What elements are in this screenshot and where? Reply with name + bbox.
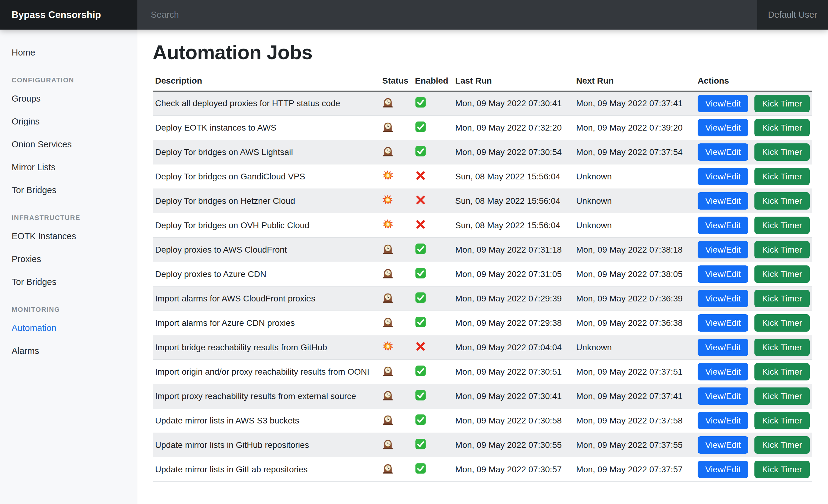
kick-timer-button[interactable]: Kick Timer <box>754 217 810 234</box>
check-mark-button-icon <box>415 268 426 279</box>
sidebar-item-tor-bridges[interactable]: Tor Bridges <box>0 179 137 202</box>
job-next-run: Mon, 09 May 2022 07:36:38 <box>574 311 695 335</box>
sidebar-item-tor-bridges[interactable]: Tor Bridges <box>0 271 137 293</box>
job-status-cell <box>380 457 412 482</box>
view-edit-button[interactable]: View/Edit <box>698 387 748 405</box>
job-enabled-cell <box>412 213 453 238</box>
mantelpiece-clock-icon <box>382 145 394 157</box>
view-edit-button[interactable]: View/Edit <box>698 363 748 380</box>
table-row: Check all deployed proxies for HTTP stat… <box>153 91 812 116</box>
kick-timer-button[interactable]: Kick Timer <box>754 387 810 405</box>
view-edit-button[interactable]: View/Edit <box>698 436 748 454</box>
table-row: Deploy EOTK instances to AWSMon, 09 May … <box>153 116 812 140</box>
job-actions-cell: View/EditKick Timer <box>695 409 812 433</box>
job-next-run: Unknown <box>574 335 695 360</box>
job-last-run: Mon, 09 May 2022 07:31:05 <box>453 262 574 286</box>
job-description: Deploy proxies to AWS CloudFront <box>153 238 380 262</box>
view-edit-button[interactable]: View/Edit <box>698 241 748 259</box>
column-header-next-run: Next Run <box>574 74 695 91</box>
job-next-run: Mon, 09 May 2022 07:37:41 <box>574 91 695 116</box>
sidebar-item-groups[interactable]: Groups <box>0 87 137 110</box>
kick-timer-button[interactable]: Kick Timer <box>754 192 810 210</box>
kick-timer-button[interactable]: Kick Timer <box>754 363 810 380</box>
mantelpiece-clock-icon <box>382 268 394 279</box>
main-content: Automation Jobs DescriptionStatusEnabled… <box>137 30 828 504</box>
view-edit-button[interactable]: View/Edit <box>698 314 748 332</box>
job-description: Import alarms for Azure CDN proxies <box>153 311 380 335</box>
sidebar-item-alarms[interactable]: Alarms <box>0 339 137 362</box>
user-menu[interactable]: Default User <box>757 0 828 30</box>
sidebar-item-automation[interactable]: Automation <box>0 317 137 339</box>
check-mark-button-icon <box>415 439 426 450</box>
job-status-cell <box>380 360 412 384</box>
job-enabled-cell <box>412 116 453 140</box>
view-edit-button[interactable]: View/Edit <box>698 119 748 136</box>
view-edit-button[interactable]: View/Edit <box>698 95 748 112</box>
job-next-run: Mon, 09 May 2022 07:37:57 <box>574 457 695 482</box>
job-enabled-cell <box>412 286 453 311</box>
view-edit-button[interactable]: View/Edit <box>698 217 748 234</box>
sidebar-item-proxies[interactable]: Proxies <box>0 248 137 271</box>
kick-timer-button[interactable]: Kick Timer <box>754 143 810 161</box>
kick-timer-button[interactable]: Kick Timer <box>754 412 810 429</box>
view-edit-button[interactable]: View/Edit <box>698 339 748 356</box>
job-actions-cell: View/EditKick Timer <box>695 165 812 189</box>
table-row: Import proxy reachability results from e… <box>153 384 812 409</box>
page-title: Automation Jobs <box>153 41 812 64</box>
app-brand[interactable]: Bypass Censorship <box>0 0 137 30</box>
job-enabled-cell <box>412 433 453 457</box>
view-edit-button[interactable]: View/Edit <box>698 168 748 185</box>
mantelpiece-clock-icon <box>382 121 394 132</box>
job-last-run: Sun, 08 May 2022 15:56:04 <box>453 189 574 213</box>
kick-timer-button[interactable]: Kick Timer <box>754 461 810 478</box>
check-mark-button-icon <box>415 292 426 303</box>
sidebar-section-header-configuration: CONFIGURATION <box>0 73 137 87</box>
kick-timer-button[interactable]: Kick Timer <box>754 119 810 136</box>
kick-timer-button[interactable]: Kick Timer <box>754 436 810 454</box>
job-actions-cell: View/EditKick Timer <box>695 335 812 360</box>
kick-timer-button[interactable]: Kick Timer <box>754 290 810 307</box>
view-edit-button[interactable]: View/Edit <box>698 461 748 478</box>
job-description: Deploy Tor bridges on OVH Public Cloud <box>153 213 380 238</box>
table-row: Deploy Tor bridges on AWS LightsailMon, … <box>153 140 812 165</box>
kick-timer-button[interactable]: Kick Timer <box>754 95 810 112</box>
kick-timer-button[interactable]: Kick Timer <box>754 168 810 185</box>
job-description: Import alarms for AWS CloudFront proxies <box>153 286 380 311</box>
job-next-run: Mon, 09 May 2022 07:37:51 <box>574 360 695 384</box>
sidebar-item-origins[interactable]: Origins <box>0 110 137 133</box>
sidebar-item-eotk-instances[interactable]: EOTK Instances <box>0 225 137 248</box>
check-mark-button-icon <box>415 97 426 108</box>
job-last-run: Mon, 09 May 2022 07:30:51 <box>453 360 574 384</box>
kick-timer-button[interactable]: Kick Timer <box>754 339 810 356</box>
job-status-cell <box>380 238 412 262</box>
table-row: Update mirror lists in GitLab repositori… <box>153 457 812 482</box>
job-status-cell <box>380 165 412 189</box>
search-input[interactable] <box>137 0 757 30</box>
check-mark-button-icon <box>415 145 426 157</box>
check-mark-button-icon <box>415 243 426 255</box>
job-status-cell <box>380 335 412 360</box>
kick-timer-button[interactable]: Kick Timer <box>754 265 810 283</box>
job-description: Import origin and/or proxy reachability … <box>153 360 380 384</box>
sidebar-item-mirror-lists[interactable]: Mirror Lists <box>0 156 137 179</box>
job-next-run: Mon, 09 May 2022 07:37:58 <box>574 409 695 433</box>
view-edit-button[interactable]: View/Edit <box>698 143 748 161</box>
sidebar-item-home[interactable]: Home <box>0 41 137 64</box>
job-actions-cell: View/EditKick Timer <box>695 238 812 262</box>
view-edit-button[interactable]: View/Edit <box>698 290 748 307</box>
view-edit-button[interactable]: View/Edit <box>698 412 748 429</box>
job-status-cell <box>380 262 412 286</box>
job-next-run: Mon, 09 May 2022 07:39:20 <box>574 116 695 140</box>
table-row: Import alarms for Azure CDN proxiesMon, … <box>153 311 812 335</box>
kick-timer-button[interactable]: Kick Timer <box>754 314 810 332</box>
view-edit-button[interactable]: View/Edit <box>698 192 748 210</box>
job-status-cell <box>380 189 412 213</box>
view-edit-button[interactable]: View/Edit <box>698 265 748 283</box>
sidebar-item-onion-services[interactable]: Onion Services <box>0 133 137 156</box>
job-next-run: Mon, 09 May 2022 07:37:41 <box>574 384 695 409</box>
job-enabled-cell <box>412 189 453 213</box>
kick-timer-button[interactable]: Kick Timer <box>754 241 810 259</box>
table-row: Deploy proxies to Azure CDNMon, 09 May 2… <box>153 262 812 286</box>
mantelpiece-clock-icon <box>382 292 394 303</box>
job-description: Import bridge reachability results from … <box>153 335 380 360</box>
